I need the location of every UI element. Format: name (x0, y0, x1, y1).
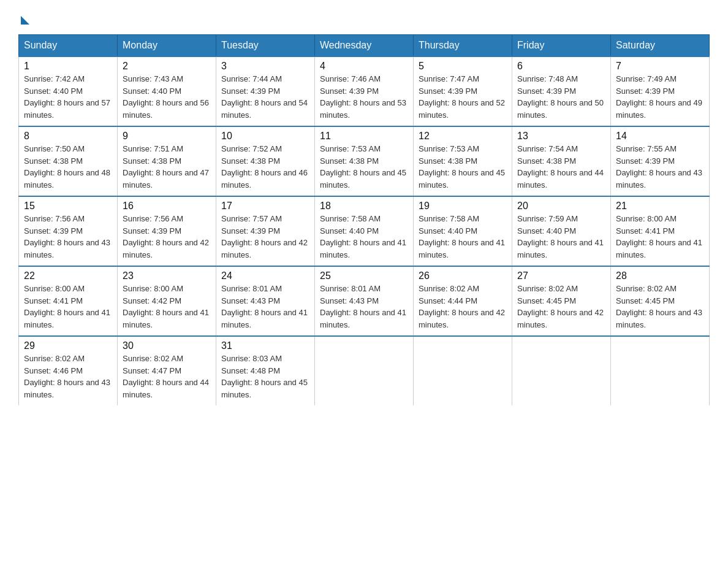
day-info: Sunrise: 7:49 AMSunset: 4:39 PMDaylight:… (616, 74, 702, 120)
day-number: 18 (320, 201, 408, 212)
calendar-cell: 3Sunrise: 7:44 AMSunset: 4:39 PMDaylight… (216, 56, 315, 126)
day-info: Sunrise: 8:02 AMSunset: 4:46 PMDaylight:… (24, 354, 110, 399)
day-info: Sunrise: 7:53 AMSunset: 4:38 PMDaylight:… (419, 144, 505, 190)
day-number: 6 (517, 61, 605, 72)
calendar-cell: 26Sunrise: 8:02 AMSunset: 4:44 PMDayligh… (414, 266, 512, 336)
header-tuesday: Tuesday (216, 35, 315, 57)
day-number: 26 (419, 270, 507, 282)
day-info: Sunrise: 7:54 AMSunset: 4:38 PMDaylight:… (517, 144, 604, 190)
day-number: 21 (616, 201, 704, 212)
header-sunday: Sunday (19, 35, 118, 57)
page-header (18, 12, 710, 23)
calendar-cell: 9Sunrise: 7:51 AMSunset: 4:38 PMDaylight… (118, 126, 216, 196)
day-number: 8 (24, 131, 112, 142)
calendar-cell: 15Sunrise: 7:56 AMSunset: 4:39 PMDayligh… (19, 196, 118, 266)
day-number: 10 (221, 131, 309, 142)
day-info: Sunrise: 8:00 AMSunset: 4:42 PMDaylight:… (123, 284, 209, 329)
header-thursday: Thursday (414, 35, 512, 57)
day-info: Sunrise: 8:00 AMSunset: 4:41 PMDaylight:… (24, 284, 110, 329)
day-info: Sunrise: 7:51 AMSunset: 4:38 PMDaylight:… (123, 144, 209, 190)
day-number: 28 (616, 270, 704, 282)
calendar-cell: 30Sunrise: 8:02 AMSunset: 4:47 PMDayligh… (118, 336, 216, 405)
day-number: 31 (221, 340, 309, 351)
day-info: Sunrise: 8:02 AMSunset: 4:45 PMDaylight:… (616, 284, 702, 329)
calendar-cell: 8Sunrise: 7:50 AMSunset: 4:38 PMDaylight… (19, 126, 118, 196)
calendar-cell: 7Sunrise: 7:49 AMSunset: 4:39 PMDaylight… (611, 56, 710, 126)
calendar-cell: 1Sunrise: 7:42 AMSunset: 4:40 PMDaylight… (19, 56, 118, 126)
calendar-cell: 18Sunrise: 7:58 AMSunset: 4:40 PMDayligh… (315, 196, 414, 266)
calendar-cell: 28Sunrise: 8:02 AMSunset: 4:45 PMDayligh… (611, 266, 710, 336)
day-info: Sunrise: 7:58 AMSunset: 4:40 PMDaylight:… (419, 214, 505, 259)
day-info: Sunrise: 7:47 AMSunset: 4:39 PMDaylight:… (419, 74, 505, 120)
day-info: Sunrise: 7:56 AMSunset: 4:39 PMDaylight:… (24, 214, 110, 259)
day-number: 20 (517, 201, 605, 212)
day-number: 3 (221, 61, 309, 72)
calendar-cell (512, 336, 611, 405)
day-info: Sunrise: 8:02 AMSunset: 4:45 PMDaylight:… (517, 284, 604, 329)
day-info: Sunrise: 8:03 AMSunset: 4:48 PMDaylight:… (221, 354, 308, 399)
day-info: Sunrise: 7:43 AMSunset: 4:40 PMDaylight:… (123, 74, 209, 120)
logo-arrow-icon (21, 16, 29, 25)
header-wednesday: Wednesday (315, 35, 414, 57)
calendar-cell: 11Sunrise: 7:53 AMSunset: 4:38 PMDayligh… (315, 126, 414, 196)
calendar-week-5: 29Sunrise: 8:02 AMSunset: 4:46 PMDayligh… (19, 336, 710, 405)
calendar-week-3: 15Sunrise: 7:56 AMSunset: 4:39 PMDayligh… (19, 196, 710, 266)
calendar-cell: 16Sunrise: 7:56 AMSunset: 4:39 PMDayligh… (118, 196, 216, 266)
day-info: Sunrise: 7:57 AMSunset: 4:39 PMDaylight:… (221, 214, 308, 259)
calendar-cell: 21Sunrise: 8:00 AMSunset: 4:41 PMDayligh… (611, 196, 710, 266)
day-info: Sunrise: 8:01 AMSunset: 4:43 PMDaylight:… (320, 284, 406, 329)
day-number: 12 (419, 131, 507, 142)
calendar-cell: 13Sunrise: 7:54 AMSunset: 4:38 PMDayligh… (512, 126, 611, 196)
day-info: Sunrise: 8:00 AMSunset: 4:41 PMDaylight:… (616, 214, 702, 259)
day-info: Sunrise: 7:59 AMSunset: 4:40 PMDaylight:… (517, 214, 604, 259)
day-number: 27 (517, 270, 605, 282)
day-number: 1 (24, 61, 112, 72)
day-info: Sunrise: 7:53 AMSunset: 4:38 PMDaylight:… (320, 144, 406, 190)
calendar-cell: 27Sunrise: 8:02 AMSunset: 4:45 PMDayligh… (512, 266, 611, 336)
day-number: 17 (221, 201, 309, 212)
day-number: 30 (123, 340, 211, 351)
calendar-cell (414, 336, 512, 405)
day-info: Sunrise: 7:55 AMSunset: 4:39 PMDaylight:… (616, 144, 702, 190)
day-info: Sunrise: 7:44 AMSunset: 4:39 PMDaylight:… (221, 74, 308, 120)
logo (18, 12, 29, 23)
day-info: Sunrise: 8:02 AMSunset: 4:47 PMDaylight:… (123, 354, 209, 399)
day-number: 15 (24, 201, 112, 212)
calendar-cell: 4Sunrise: 7:46 AMSunset: 4:39 PMDaylight… (315, 56, 414, 126)
day-number: 22 (24, 270, 112, 282)
day-info: Sunrise: 7:56 AMSunset: 4:39 PMDaylight:… (123, 214, 209, 259)
day-info: Sunrise: 7:46 AMSunset: 4:39 PMDaylight:… (320, 74, 406, 120)
calendar-cell: 22Sunrise: 8:00 AMSunset: 4:41 PMDayligh… (19, 266, 118, 336)
day-number: 25 (320, 270, 408, 282)
day-number: 23 (123, 270, 211, 282)
day-number: 11 (320, 131, 408, 142)
calendar-cell (315, 336, 414, 405)
calendar-week-1: 1Sunrise: 7:42 AMSunset: 4:40 PMDaylight… (19, 56, 710, 126)
day-number: 14 (616, 131, 704, 142)
calendar-cell: 25Sunrise: 8:01 AMSunset: 4:43 PMDayligh… (315, 266, 414, 336)
calendar-cell: 10Sunrise: 7:52 AMSunset: 4:38 PMDayligh… (216, 126, 315, 196)
calendar-cell: 20Sunrise: 7:59 AMSunset: 4:40 PMDayligh… (512, 196, 611, 266)
day-number: 7 (616, 61, 704, 72)
calendar-cell: 31Sunrise: 8:03 AMSunset: 4:48 PMDayligh… (216, 336, 315, 405)
day-number: 5 (419, 61, 507, 72)
day-info: Sunrise: 7:48 AMSunset: 4:39 PMDaylight:… (517, 74, 604, 120)
calendar-cell: 6Sunrise: 7:48 AMSunset: 4:39 PMDaylight… (512, 56, 611, 126)
day-number: 13 (517, 131, 605, 142)
calendar-cell: 12Sunrise: 7:53 AMSunset: 4:38 PMDayligh… (414, 126, 512, 196)
calendar-week-2: 8Sunrise: 7:50 AMSunset: 4:38 PMDaylight… (19, 126, 710, 196)
day-info: Sunrise: 8:01 AMSunset: 4:43 PMDaylight:… (221, 284, 308, 329)
day-number: 19 (419, 201, 507, 212)
day-number: 29 (24, 340, 112, 351)
calendar-cell: 2Sunrise: 7:43 AMSunset: 4:40 PMDaylight… (118, 56, 216, 126)
calendar-header-row: SundayMondayTuesdayWednesdayThursdayFrid… (19, 35, 710, 57)
header-saturday: Saturday (611, 35, 710, 57)
header-monday: Monday (118, 35, 216, 57)
day-number: 2 (123, 61, 211, 72)
calendar-cell: 14Sunrise: 7:55 AMSunset: 4:39 PMDayligh… (611, 126, 710, 196)
calendar-cell: 23Sunrise: 8:00 AMSunset: 4:42 PMDayligh… (118, 266, 216, 336)
calendar-cell: 29Sunrise: 8:02 AMSunset: 4:46 PMDayligh… (19, 336, 118, 405)
day-info: Sunrise: 7:58 AMSunset: 4:40 PMDaylight:… (320, 214, 406, 259)
calendar-cell (611, 336, 710, 405)
day-number: 16 (123, 201, 211, 212)
